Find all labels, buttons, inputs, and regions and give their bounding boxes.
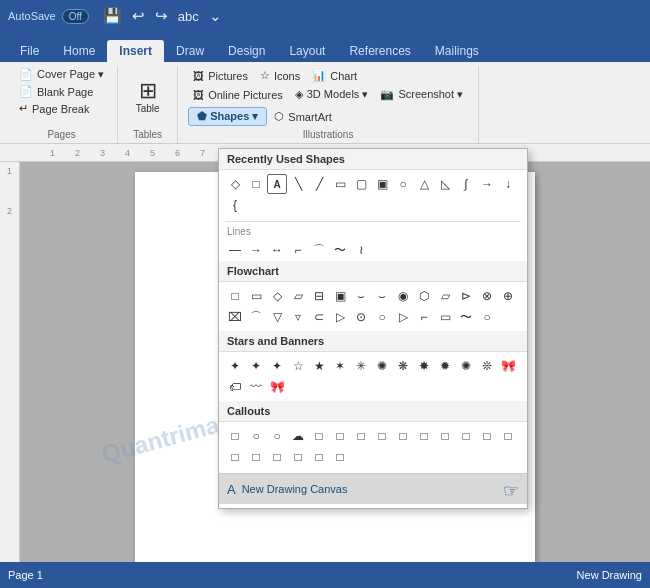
- star-5[interactable]: ✦: [246, 356, 266, 376]
- tab-references[interactable]: References: [337, 40, 422, 62]
- chart-button[interactable]: 📊 Chart: [307, 67, 362, 84]
- fc-multidoc[interactable]: ⌣: [372, 286, 392, 306]
- fc-manual[interactable]: ▱: [435, 286, 455, 306]
- shape-dbl-arrow[interactable]: ↔: [267, 240, 287, 260]
- fc-merge[interactable]: ▿: [288, 307, 308, 327]
- callout-rect[interactable]: □: [225, 426, 245, 446]
- autosave-toggle[interactable]: Off: [62, 9, 89, 24]
- banner-down[interactable]: 🏷: [225, 377, 245, 397]
- tab-layout[interactable]: Layout: [277, 40, 337, 62]
- callout-bend2[interactable]: □: [414, 426, 434, 446]
- shape-brace[interactable]: {: [225, 195, 245, 215]
- shape-round-rect[interactable]: ▣: [372, 174, 392, 194]
- fc-data[interactable]: ▱: [288, 286, 308, 306]
- shapes-button[interactable]: ⬟ Shapes ▾: [188, 107, 267, 126]
- tab-file[interactable]: File: [8, 40, 51, 62]
- pictures-button[interactable]: 🖼 Pictures: [188, 68, 253, 84]
- star-24[interactable]: ✹: [435, 356, 455, 376]
- shape-arrow-line[interactable]: →: [246, 240, 266, 260]
- smartart-button[interactable]: ⬡ SmartArt: [269, 108, 336, 125]
- star-10[interactable]: ✺: [372, 356, 392, 376]
- shape-diamond[interactable]: ◇: [225, 174, 245, 194]
- callout-line3[interactable]: □: [351, 426, 371, 446]
- star-outline[interactable]: ☆: [288, 356, 308, 376]
- shape-curve2[interactable]: ⌒: [309, 240, 329, 260]
- shape-line1[interactable]: ╲: [288, 174, 308, 194]
- callout-accent3[interactable]: □: [225, 447, 245, 467]
- callout-accent1[interactable]: □: [477, 426, 497, 446]
- star-32[interactable]: ✺: [456, 356, 476, 376]
- callout-cloud[interactable]: ☁: [288, 426, 308, 446]
- shape-rect[interactable]: □: [246, 174, 266, 194]
- star-12[interactable]: ❋: [393, 356, 413, 376]
- screenshot-button[interactable]: 📷 Screenshot ▾: [375, 86, 468, 103]
- shape-ellipse[interactable]: ○: [393, 174, 413, 194]
- shape-elbow[interactable]: ⌐: [288, 240, 308, 260]
- banner-up[interactable]: 🎀: [498, 356, 518, 376]
- shape-straight-line[interactable]: —: [225, 240, 245, 260]
- online-pictures-button[interactable]: 🖼 Online Pictures: [188, 87, 288, 103]
- fc-internal[interactable]: ▣: [330, 286, 350, 306]
- new-drawing-canvas-button[interactable]: A New Drawing Canvas ☞: [219, 473, 527, 504]
- fc-offpage[interactable]: ⊳: [456, 286, 476, 306]
- fc-summing[interactable]: ○: [477, 307, 497, 327]
- tab-insert[interactable]: Insert: [107, 40, 164, 62]
- shape-freeform[interactable]: 〜: [330, 240, 350, 260]
- star-5b[interactable]: ★: [309, 356, 329, 376]
- fc-punched-tape[interactable]: 〜: [456, 307, 476, 327]
- fc-document[interactable]: ⌣: [351, 286, 371, 306]
- shape-arrow-right[interactable]: →: [477, 174, 497, 194]
- star-8[interactable]: ✳: [351, 356, 371, 376]
- fc-decision[interactable]: ◇: [267, 286, 287, 306]
- fc-delay[interactable]: ▷: [330, 307, 350, 327]
- fc-card[interactable]: ▭: [435, 307, 455, 327]
- redo-icon[interactable]: ↪: [155, 7, 168, 25]
- fc-or[interactable]: ⊕: [498, 286, 518, 306]
- shape-rect3[interactable]: ▢: [351, 174, 371, 194]
- callout-accent4[interactable]: □: [246, 447, 266, 467]
- fc-manual-input[interactable]: ⌐: [414, 307, 434, 327]
- shape-rect2[interactable]: ▭: [330, 174, 350, 194]
- tab-mailings[interactable]: Mailings: [423, 40, 491, 62]
- callout-line1[interactable]: □: [309, 426, 329, 446]
- callout-round[interactable]: ○: [246, 426, 266, 446]
- shape-rtriangle[interactable]: ◺: [435, 174, 455, 194]
- callout-line2[interactable]: □: [330, 426, 350, 446]
- shape-textbox[interactable]: A: [267, 174, 287, 194]
- page-break-button[interactable]: ↵ Page Break: [14, 100, 109, 117]
- shape-line2[interactable]: ╱: [309, 174, 329, 194]
- callout-accent2[interactable]: □: [498, 426, 518, 446]
- fc-stored-data[interactable]: ⊂: [309, 307, 329, 327]
- fc-predef[interactable]: ⊟: [309, 286, 329, 306]
- fc-prep[interactable]: ⬡: [414, 286, 434, 306]
- callout-extra1[interactable]: □: [267, 447, 287, 467]
- fc-collate[interactable]: ⌧: [225, 307, 245, 327]
- callout-extra3[interactable]: □: [309, 447, 329, 467]
- shape-triangle[interactable]: △: [414, 174, 434, 194]
- shape-scribble[interactable]: ≀: [351, 240, 371, 260]
- tab-design[interactable]: Design: [216, 40, 277, 62]
- star-4[interactable]: ✦: [225, 356, 245, 376]
- tab-draw[interactable]: Draw: [164, 40, 216, 62]
- fc-display[interactable]: ▷: [393, 307, 413, 327]
- callout-bend4[interactable]: □: [456, 426, 476, 446]
- cover-page-button[interactable]: 📄 Cover Page ▾: [14, 66, 109, 83]
- star-6[interactable]: ✦: [267, 356, 287, 376]
- table-button[interactable]: ⊞ Table: [132, 78, 164, 116]
- callout-extra2[interactable]: □: [288, 447, 308, 467]
- shape-curve[interactable]: ∫: [456, 174, 476, 194]
- icons-button[interactable]: ☆ Icons: [255, 67, 305, 84]
- fc-alt-process[interactable]: ▭: [246, 286, 266, 306]
- blank-page-button[interactable]: 📄 Blank Page: [14, 83, 109, 100]
- fc-sort[interactable]: ⌒: [246, 307, 266, 327]
- fc-sequential[interactable]: ⊙: [351, 307, 371, 327]
- callout-bend3[interactable]: □: [435, 426, 455, 446]
- star-16[interactable]: ✸: [414, 356, 434, 376]
- banner-ribbon[interactable]: 🎀: [267, 377, 287, 397]
- 3d-models-button[interactable]: ◈ 3D Models ▾: [290, 86, 374, 103]
- callout-oval[interactable]: ○: [267, 426, 287, 446]
- callout-bend1[interactable]: □: [393, 426, 413, 446]
- fc-process[interactable]: □: [225, 286, 245, 306]
- save-icon[interactable]: 💾: [103, 7, 122, 25]
- fc-mag-disk[interactable]: ○: [372, 307, 392, 327]
